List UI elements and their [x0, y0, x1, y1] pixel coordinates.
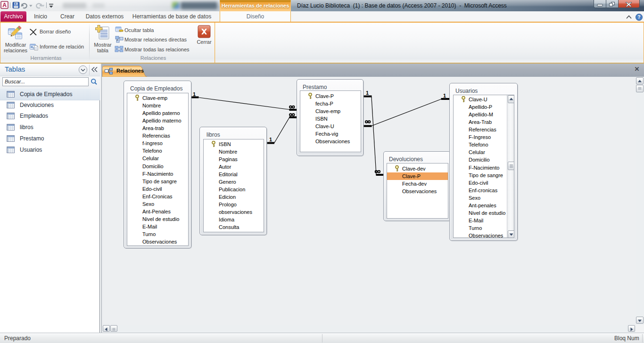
- svg-text:1: 1: [193, 91, 196, 97]
- svg-text:1: 1: [269, 137, 272, 142]
- svg-text:1: 1: [443, 93, 446, 98]
- svg-text:?: ?: [637, 15, 640, 20]
- svg-text:A: A: [2, 2, 7, 8]
- svg-text:1: 1: [366, 90, 369, 96]
